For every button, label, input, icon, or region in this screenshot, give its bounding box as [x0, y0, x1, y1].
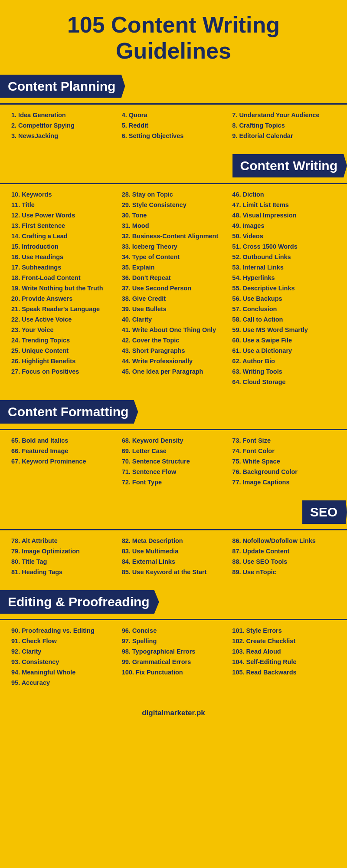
list-item: 55. Descriptive Links	[232, 284, 336, 293]
list-item: 88. Use SEO Tools	[232, 557, 336, 566]
list-item: 25. Unique Content	[11, 346, 115, 355]
list-item: 77. Image Captions	[232, 478, 336, 487]
items-grid-content-writing: 10. Keywords11. Title12. Use Power Words…	[0, 184, 347, 392]
list-item: 16. Use Headings	[11, 253, 115, 262]
section-header-content-planning: Content Planning	[0, 75, 125, 98]
list-item: 100. Fix Punctuation	[122, 668, 226, 677]
list-item: 33. Iceberg Theory	[122, 242, 226, 251]
list-item: 29. Style Consistency	[122, 201, 226, 210]
section-header-content-writing: Content Writing	[232, 154, 347, 178]
list-item: 4. Quora	[122, 111, 226, 120]
list-item: 53. Internal Links	[232, 263, 336, 272]
list-item: 8. Crafting Topics	[232, 121, 336, 130]
list-item: 30. Tone	[122, 211, 226, 220]
list-item: 86. Nofollow/Dofollow Links	[232, 536, 336, 546]
list-item: 10. Keywords	[11, 190, 115, 199]
list-item: 67. Keyword Prominence	[11, 457, 115, 466]
list-item: 46. Diction	[232, 190, 336, 199]
list-item: 28. Stay on Topic	[122, 190, 226, 199]
col-editing-proofreading-2: 101. Style Errors102. Create Checklist10…	[229, 626, 339, 689]
list-item: 24. Trending Topics	[11, 336, 115, 345]
list-item: 5. Reddit	[122, 121, 226, 130]
col-editing-proofreading-0: 90. Proofreading vs. Editing91. Check Fl…	[8, 626, 118, 689]
list-item: 68. Keyword Density	[122, 436, 226, 445]
list-item: 80. Title Tag	[11, 557, 115, 566]
list-item: 43. Short Paragraphs	[122, 346, 226, 355]
col-seo-2: 86. Nofollow/Dofollow Links87. Update Co…	[229, 536, 339, 578]
section-header-seo: SEO	[302, 500, 347, 524]
col-content-planning-2: 7. Understand Your Audience8. Crafting T…	[229, 111, 339, 142]
list-item: 64. Cloud Storage	[232, 378, 336, 387]
list-item: 81. Heading Tags	[11, 568, 115, 577]
list-item: 79. Image Optimization	[11, 547, 115, 556]
items-grid-editing-proofreading: 90. Proofreading vs. Editing91. Check Fl…	[0, 620, 347, 693]
list-item: 99. Grammatical Errors	[122, 658, 226, 667]
list-item: 44. Write Professionally	[122, 357, 226, 366]
list-item: 12. Use Power Words	[11, 211, 115, 220]
list-item: 45. One Idea per Paragraph	[122, 367, 226, 376]
list-item: 58. Call to Action	[232, 315, 336, 324]
list-item: 59. Use MS Word Smartly	[232, 326, 336, 335]
footer-text: digitalmarketer.pk	[0, 701, 347, 723]
list-item: 61. Use a Dictionary	[232, 346, 336, 355]
list-item: 40. Clarity	[122, 315, 226, 324]
list-item: 14. Crafting a Lead	[11, 232, 115, 241]
list-item: 57. Conclusion	[232, 305, 336, 314]
list-item: 13. First Sentence	[11, 221, 115, 230]
items-grid-content-formatting: 65. Bold and Italics66. Featured Image67…	[0, 430, 347, 493]
list-item: 84. External Links	[122, 557, 226, 566]
section-editing-proofreading: Editing & Proofreading90. Proofreading v…	[0, 590, 347, 701]
list-item: 15. Introduction	[11, 242, 115, 251]
list-item: 97. Spelling	[122, 637, 226, 646]
col-content-writing-2: 46. Diction47. Limit List Items48. Visua…	[229, 190, 339, 388]
section-content-writing: Content Writing10. Keywords11. Title12. …	[0, 154, 347, 400]
list-item: 101. Style Errors	[232, 626, 336, 635]
list-item: 72. Font Type	[122, 478, 226, 487]
section-header-content-formatting: Content Formatting	[0, 400, 138, 424]
list-item: 1. Idea Generation	[11, 111, 115, 120]
list-item: 39. Use Bullets	[122, 305, 226, 314]
list-item: 54. Hyperlinks	[232, 273, 336, 283]
list-item: 7. Understand Your Audience	[232, 111, 336, 120]
list-item: 102. Create Checklist	[232, 637, 336, 646]
list-item: 92. Clarity	[11, 647, 115, 656]
items-grid-content-planning: 1. Idea Generation2. Competitor Spying3.…	[0, 105, 347, 146]
list-item: 65. Bold and Italics	[11, 436, 115, 445]
list-item: 71. Sentence Flow	[122, 467, 226, 477]
list-item: 22. Use Active Voice	[11, 315, 115, 324]
list-item: 73. Font Size	[232, 436, 336, 445]
list-item: 21. Speak Reader's Language	[11, 305, 115, 314]
list-item: 23. Your Voice	[11, 326, 115, 335]
list-item: 96. Concise	[122, 626, 226, 635]
section-content-planning: Content Planning1. Idea Generation2. Com…	[0, 75, 347, 154]
list-item: 74. Font Color	[232, 447, 336, 456]
col-editing-proofreading-1: 96. Concise97. Spelling98. Typographical…	[118, 626, 229, 689]
list-item: 76. Background Color	[232, 467, 336, 477]
list-item: 27. Focus on Positives	[11, 367, 115, 376]
list-item: 47. Limit List Items	[232, 201, 336, 210]
list-item: 26. Highlight Benefits	[11, 357, 115, 366]
list-item: 49. Images	[232, 221, 336, 230]
list-item: 38. Give Credit	[122, 294, 226, 303]
list-item: 36. Don't Repeat	[122, 273, 226, 283]
list-item: 42. Cover the Topic	[122, 336, 226, 345]
list-item: 83. Use Multimedia	[122, 547, 226, 556]
list-item: 20. Provide Answers	[11, 294, 115, 303]
list-item: 90. Proofreading vs. Editing	[11, 626, 115, 635]
col-seo-1: 82. Meta Description83. Use Multimedia84…	[118, 536, 229, 578]
list-item: 18. Front-Load Content	[11, 273, 115, 283]
list-item: 103. Read Aloud	[232, 647, 336, 656]
list-item: 105. Read Backwards	[232, 668, 336, 677]
list-item: 35. Explain	[122, 263, 226, 272]
list-item: 51. Cross 1500 Words	[232, 242, 336, 251]
section-content-formatting: Content Formatting65. Bold and Italics66…	[0, 400, 347, 500]
list-item: 63. Writing Tools	[232, 367, 336, 376]
list-item: 60. Use a Swipe File	[232, 336, 336, 345]
col-content-planning-1: 4. Quora5. Reddit6. Setting Objectives	[118, 111, 229, 142]
list-item: 94. Meaningful Whole	[11, 668, 115, 677]
list-item: 66. Featured Image	[11, 447, 115, 456]
list-item: 91. Check Flow	[11, 637, 115, 646]
list-item: 78. Alt Attribute	[11, 536, 115, 546]
list-item: 41. Write About One Thing Only	[122, 326, 226, 335]
list-item: 104. Self-Editing Rule	[232, 658, 336, 667]
